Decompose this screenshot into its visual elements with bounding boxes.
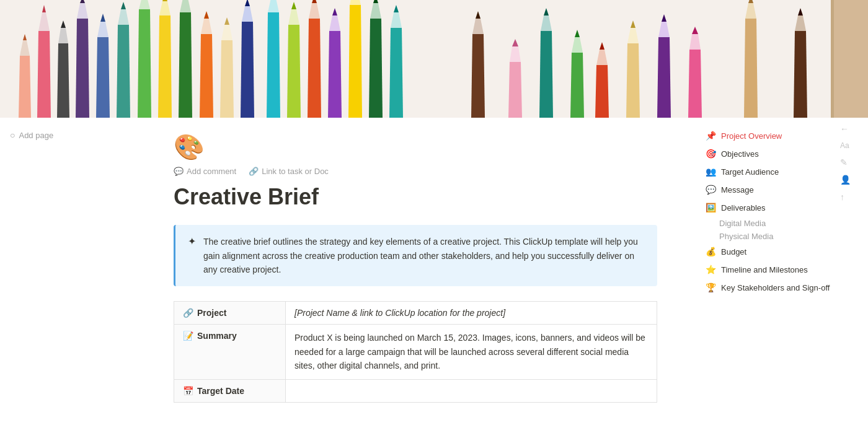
- toc-item-stakeholders[interactable]: 🏆 Key Stakeholders and Sign-off: [702, 279, 848, 296]
- svg-marker-50: [350, 0, 361, 5]
- target-date-icon: 📅: [183, 386, 193, 396]
- toc-item-objectives[interactable]: 🎯 Objectives: [702, 146, 848, 162]
- svg-marker-70: [595, 65, 609, 118]
- svg-marker-1: [19, 56, 31, 118]
- toc-icon-message: 💬: [706, 183, 716, 196]
- collapse-icon[interactable]: ←: [840, 124, 851, 134]
- left-sidebar: ○ Add page: [0, 118, 136, 438]
- svg-marker-79: [688, 50, 702, 118]
- sidebar-actions: ← Aa ✎ 👤 ↑: [840, 124, 851, 202]
- toc-icon-target-audience: 👥: [706, 165, 716, 178]
- toc-item-budget[interactable]: 💰 Budget: [702, 243, 848, 260]
- add-page-label: Add page: [19, 131, 53, 140]
- toc-label-timeline: Timeline and Milestones: [721, 264, 808, 276]
- svg-marker-55: [389, 28, 403, 118]
- table-row: 🔗 Project [Project Name & link to ClickU…: [174, 302, 657, 325]
- svg-marker-82: [744, 19, 758, 118]
- right-sidebar-toc: ← Aa ✎ 👤 ↑ 📌 Project Overview 🎯 Objectiv…: [694, 118, 856, 438]
- svg-marker-16: [117, 25, 130, 118]
- project-icon: 🔗: [183, 308, 193, 318]
- content-area: 🎨 💬 Add comment 🔗 Link to task or Doc Cr…: [136, 118, 694, 438]
- font-size-icon[interactable]: Aa: [840, 141, 851, 150]
- svg-marker-73: [626, 43, 640, 118]
- toc-label-message: Message: [721, 184, 754, 196]
- toc-icon-deliverables: 🖼️: [706, 201, 716, 214]
- svg-marker-28: [200, 34, 213, 118]
- toc-icon-project-overview: 📌: [706, 129, 716, 142]
- toc-icon-stakeholders: 🏆: [706, 281, 716, 294]
- toc-label-budget: Budget: [721, 246, 746, 258]
- svg-marker-61: [508, 62, 522, 118]
- table-row: 📅 Target Date: [174, 379, 657, 402]
- add-comment-label: Add comment: [187, 167, 236, 176]
- svg-marker-40: [287, 25, 301, 118]
- svg-marker-22: [158, 15, 172, 118]
- comment-icon: 💬: [174, 167, 184, 176]
- toolbar-row: 💬 Add comment 🔗 Link to task or Doc: [174, 167, 657, 176]
- hero-banner: [0, 0, 868, 118]
- page-title: Creative Brief: [174, 183, 657, 210]
- svg-marker-46: [328, 31, 342, 118]
- add-comment-button[interactable]: 💬 Add comment: [174, 167, 236, 176]
- svg-rect-89: [831, 0, 834, 118]
- callout-icon: ✦: [188, 235, 196, 247]
- toc-icon-budget: 💰: [706, 245, 716, 258]
- summary-value: Product X is being launched on March 15,…: [294, 333, 645, 370]
- toc-label-target-audience: Target Audience: [721, 166, 779, 178]
- toc-sub-digital-media[interactable]: Digital Media: [702, 217, 848, 229]
- svg-marker-13: [96, 37, 110, 118]
- project-label: Project: [197, 308, 226, 318]
- callout-box: ✦ The creative brief outlines the strate…: [174, 225, 657, 286]
- toc-item-project-overview[interactable]: 📌 Project Overview: [702, 128, 848, 144]
- toc-label-stakeholders: Key Stakeholders and Sign-off: [721, 282, 830, 294]
- svg-marker-34: [241, 22, 254, 118]
- share-icon[interactable]: ↑: [840, 192, 851, 202]
- svg-marker-7: [57, 43, 69, 118]
- project-value: [Project Name & link to ClickUp location…: [294, 308, 505, 318]
- toc-icon-objectives: 🎯: [706, 147, 716, 160]
- add-page-icon: ○: [10, 130, 15, 140]
- toc-item-timeline[interactable]: ⭐ Timeline and Milestones: [702, 261, 848, 278]
- table-row: 📝 Summary Product X is being launched on…: [174, 325, 657, 379]
- link-button[interactable]: 🔗 Link to task or Doc: [249, 167, 329, 176]
- svg-marker-25: [179, 12, 192, 118]
- add-page-button[interactable]: ○ Add page: [5, 128, 131, 142]
- toc-sub-physical-media[interactable]: Physical Media: [702, 230, 848, 242]
- svg-marker-24: [162, 0, 167, 1]
- target-date-label: Target Date: [197, 386, 244, 396]
- svg-marker-58: [471, 34, 485, 118]
- svg-marker-64: [539, 31, 553, 118]
- svg-marker-31: [220, 40, 234, 118]
- svg-marker-43: [308, 19, 321, 118]
- toc-item-message[interactable]: 💬 Message: [702, 182, 848, 198]
- toc-item-deliverables[interactable]: 🖼️ Deliverables: [702, 199, 848, 216]
- svg-marker-85: [794, 31, 807, 118]
- target-date-value[interactable]: [286, 379, 657, 402]
- toc-icon-timeline: ⭐: [706, 263, 716, 276]
- page-icon: 🎨: [174, 133, 657, 162]
- svg-rect-0: [0, 0, 868, 118]
- info-table: 🔗 Project [Project Name & link to ClickU…: [174, 301, 657, 402]
- edit-icon[interactable]: ✎: [840, 157, 851, 167]
- summary-icon: 📝: [183, 331, 193, 341]
- toc-item-target-audience[interactable]: 👥 Target Audience: [702, 164, 848, 180]
- summary-label: Summary: [197, 331, 237, 341]
- svg-marker-19: [138, 9, 151, 118]
- toc-label-project-overview: Project Overview: [721, 130, 782, 142]
- toc-label-deliverables: Deliverables: [721, 202, 766, 214]
- svg-marker-10: [76, 19, 89, 118]
- callout-text: The creative brief outlines the strategy…: [203, 235, 645, 276]
- svg-marker-49: [348, 5, 362, 118]
- svg-marker-76: [657, 37, 671, 118]
- svg-marker-37: [267, 12, 280, 118]
- pencils-illustration: [0, 0, 868, 118]
- svg-rect-88: [831, 0, 868, 118]
- svg-marker-4: [37, 31, 51, 118]
- link-icon: 🔗: [249, 167, 259, 176]
- svg-marker-52: [369, 19, 383, 118]
- link-label: Link to task or Doc: [262, 167, 329, 176]
- svg-marker-67: [570, 53, 584, 118]
- people-icon[interactable]: 👤: [840, 175, 851, 185]
- toc-label-objectives: Objectives: [721, 148, 759, 160]
